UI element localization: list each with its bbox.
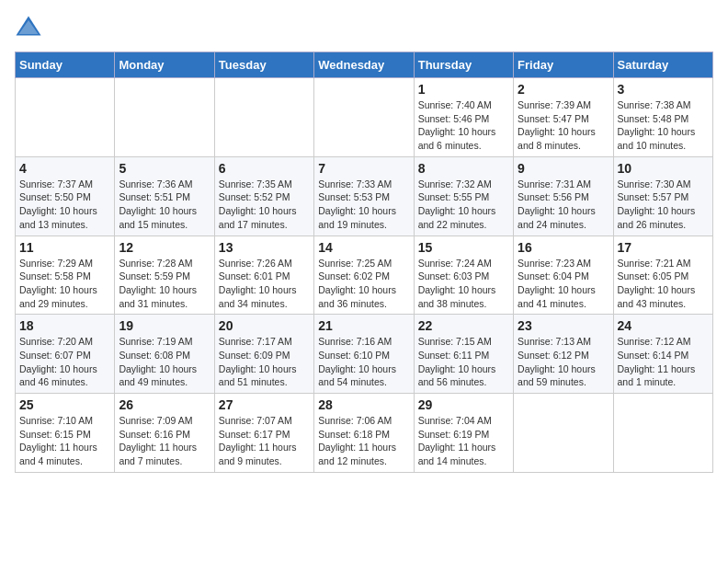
day-info: Sunrise: 7:10 AM Sunset: 6:15 PM Dayligh… (19, 414, 110, 468)
day-info: Sunrise: 7:24 AM Sunset: 6:03 PM Dayligh… (418, 257, 509, 311)
logo (15, 15, 46, 42)
calendar-cell: 19Sunrise: 7:19 AM Sunset: 6:08 PM Dayli… (115, 315, 214, 394)
day-info: Sunrise: 7:26 AM Sunset: 6:01 PM Dayligh… (219, 257, 310, 311)
day-number: 17 (618, 240, 709, 255)
day-number: 22 (418, 318, 509, 333)
calendar-cell: 8Sunrise: 7:32 AM Sunset: 5:55 PM Daylig… (414, 156, 513, 236)
calendar-cell: 15Sunrise: 7:24 AM Sunset: 6:03 PM Dayli… (414, 236, 513, 315)
calendar-cell (613, 394, 712, 473)
day-number: 11 (19, 240, 110, 255)
calendar-cell: 9Sunrise: 7:31 AM Sunset: 5:56 PM Daylig… (514, 156, 613, 236)
calendar-cell: 20Sunrise: 7:17 AM Sunset: 6:09 PM Dayli… (214, 315, 313, 394)
calendar-cell: 22Sunrise: 7:15 AM Sunset: 6:11 PM Dayli… (414, 315, 513, 394)
week-row-5: 25Sunrise: 7:10 AM Sunset: 6:15 PM Dayli… (16, 394, 713, 473)
day-info: Sunrise: 7:19 AM Sunset: 6:08 PM Dayligh… (119, 335, 210, 389)
day-info: Sunrise: 7:32 AM Sunset: 5:55 PM Dayligh… (418, 178, 509, 232)
day-info: Sunrise: 7:16 AM Sunset: 6:10 PM Dayligh… (318, 335, 409, 389)
day-number: 12 (119, 240, 210, 255)
calendar-cell: 3Sunrise: 7:38 AM Sunset: 5:48 PM Daylig… (613, 78, 712, 157)
header-saturday: Saturday (613, 52, 712, 78)
calendar-cell: 24Sunrise: 7:12 AM Sunset: 6:14 PM Dayli… (613, 315, 712, 394)
day-info: Sunrise: 7:31 AM Sunset: 5:56 PM Dayligh… (518, 178, 609, 232)
day-info: Sunrise: 7:37 AM Sunset: 5:50 PM Dayligh… (19, 178, 110, 232)
header-monday: Monday (115, 52, 214, 78)
calendar-cell (514, 394, 613, 473)
calendar-cell: 7Sunrise: 7:33 AM Sunset: 5:53 PM Daylig… (314, 156, 414, 236)
calendar-cell: 10Sunrise: 7:30 AM Sunset: 5:57 PM Dayli… (613, 156, 712, 236)
calendar-cell: 12Sunrise: 7:28 AM Sunset: 5:59 PM Dayli… (115, 236, 214, 315)
day-number: 9 (518, 161, 609, 176)
day-info: Sunrise: 7:30 AM Sunset: 5:57 PM Dayligh… (618, 178, 709, 232)
calendar-cell: 18Sunrise: 7:20 AM Sunset: 6:07 PM Dayli… (16, 315, 115, 394)
day-info: Sunrise: 7:28 AM Sunset: 5:59 PM Dayligh… (119, 257, 210, 311)
day-number: 21 (318, 318, 409, 333)
week-row-3: 11Sunrise: 7:29 AM Sunset: 5:58 PM Dayli… (16, 236, 713, 315)
day-info: Sunrise: 7:13 AM Sunset: 6:12 PM Dayligh… (518, 335, 609, 389)
header-wednesday: Wednesday (314, 52, 414, 78)
calendar-cell (314, 78, 414, 157)
week-row-4: 18Sunrise: 7:20 AM Sunset: 6:07 PM Dayli… (16, 315, 713, 394)
day-info: Sunrise: 7:23 AM Sunset: 6:04 PM Dayligh… (518, 257, 609, 311)
day-info: Sunrise: 7:33 AM Sunset: 5:53 PM Dayligh… (318, 178, 409, 232)
calendar-cell: 4Sunrise: 7:37 AM Sunset: 5:50 PM Daylig… (16, 156, 115, 236)
day-number: 15 (418, 240, 509, 255)
day-number: 23 (518, 318, 609, 333)
day-number: 3 (618, 82, 709, 97)
day-info: Sunrise: 7:25 AM Sunset: 6:02 PM Dayligh… (318, 257, 409, 311)
day-number: 25 (19, 397, 110, 412)
day-number: 13 (219, 240, 310, 255)
day-info: Sunrise: 7:21 AM Sunset: 6:05 PM Dayligh… (618, 257, 709, 311)
calendar-header-row: SundayMondayTuesdayWednesdayThursdayFrid… (16, 52, 713, 78)
day-number: 5 (119, 161, 210, 176)
day-info: Sunrise: 7:12 AM Sunset: 6:14 PM Dayligh… (618, 335, 709, 389)
day-info: Sunrise: 7:04 AM Sunset: 6:19 PM Dayligh… (418, 414, 509, 468)
day-info: Sunrise: 7:20 AM Sunset: 6:07 PM Dayligh… (19, 335, 110, 389)
calendar-cell (115, 78, 214, 157)
header-tuesday: Tuesday (214, 52, 313, 78)
calendar-cell: 11Sunrise: 7:29 AM Sunset: 5:58 PM Dayli… (16, 236, 115, 315)
day-number: 18 (19, 318, 110, 333)
day-number: 27 (219, 397, 310, 412)
day-number: 2 (518, 82, 609, 97)
calendar-cell: 27Sunrise: 7:07 AM Sunset: 6:17 PM Dayli… (214, 394, 313, 473)
calendar-cell: 25Sunrise: 7:10 AM Sunset: 6:15 PM Dayli… (16, 394, 115, 473)
calendar-table: SundayMondayTuesdayWednesdayThursdayFrid… (15, 52, 713, 473)
header-sunday: Sunday (16, 52, 115, 78)
calendar-cell: 21Sunrise: 7:16 AM Sunset: 6:10 PM Dayli… (314, 315, 414, 394)
day-info: Sunrise: 7:15 AM Sunset: 6:11 PM Dayligh… (418, 335, 509, 389)
day-number: 6 (219, 161, 310, 176)
day-info: Sunrise: 7:39 AM Sunset: 5:47 PM Dayligh… (518, 98, 609, 153)
day-info: Sunrise: 7:35 AM Sunset: 5:52 PM Dayligh… (219, 178, 310, 232)
day-info: Sunrise: 7:17 AM Sunset: 6:09 PM Dayligh… (219, 335, 310, 389)
day-number: 7 (318, 161, 409, 176)
day-number: 19 (119, 318, 210, 333)
day-number: 29 (418, 397, 509, 412)
day-number: 4 (19, 161, 110, 176)
day-info: Sunrise: 7:06 AM Sunset: 6:18 PM Dayligh… (318, 414, 409, 468)
day-number: 24 (618, 318, 709, 333)
day-number: 28 (318, 397, 409, 412)
calendar-cell: 1Sunrise: 7:40 AM Sunset: 5:46 PM Daylig… (414, 78, 513, 157)
day-number: 8 (418, 161, 509, 176)
calendar-cell (214, 78, 313, 157)
week-row-1: 1Sunrise: 7:40 AM Sunset: 5:46 PM Daylig… (16, 78, 713, 157)
calendar-cell: 2Sunrise: 7:39 AM Sunset: 5:47 PM Daylig… (514, 78, 613, 157)
day-number: 20 (219, 318, 310, 333)
calendar-cell: 14Sunrise: 7:25 AM Sunset: 6:02 PM Dayli… (314, 236, 414, 315)
day-info: Sunrise: 7:07 AM Sunset: 6:17 PM Dayligh… (219, 414, 310, 468)
header-friday: Friday (514, 52, 613, 78)
calendar-cell: 29Sunrise: 7:04 AM Sunset: 6:19 PM Dayli… (414, 394, 513, 473)
logo-icon (15, 15, 42, 42)
calendar-cell: 13Sunrise: 7:26 AM Sunset: 6:01 PM Dayli… (214, 236, 313, 315)
calendar-cell: 28Sunrise: 7:06 AM Sunset: 6:18 PM Dayli… (314, 394, 414, 473)
day-number: 16 (518, 240, 609, 255)
calendar-cell: 26Sunrise: 7:09 AM Sunset: 6:16 PM Dayli… (115, 394, 214, 473)
calendar-cell: 17Sunrise: 7:21 AM Sunset: 6:05 PM Dayli… (613, 236, 712, 315)
header-thursday: Thursday (414, 52, 513, 78)
day-info: Sunrise: 7:40 AM Sunset: 5:46 PM Dayligh… (418, 98, 509, 153)
day-info: Sunrise: 7:29 AM Sunset: 5:58 PM Dayligh… (19, 257, 110, 311)
calendar-cell: 23Sunrise: 7:13 AM Sunset: 6:12 PM Dayli… (514, 315, 613, 394)
week-row-2: 4Sunrise: 7:37 AM Sunset: 5:50 PM Daylig… (16, 156, 713, 236)
header (15, 15, 713, 42)
calendar-cell: 16Sunrise: 7:23 AM Sunset: 6:04 PM Dayli… (514, 236, 613, 315)
